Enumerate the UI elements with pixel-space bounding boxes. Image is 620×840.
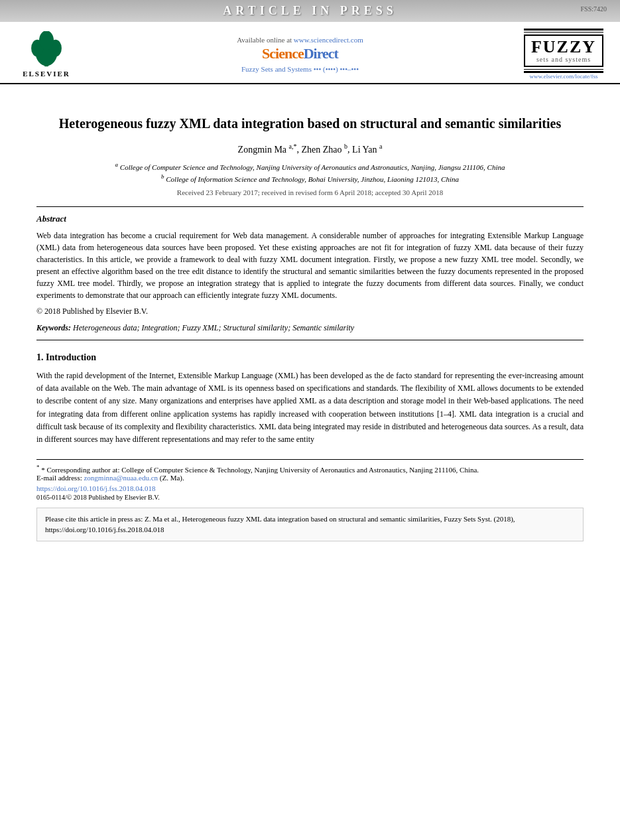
available-online-text: Available online at www.sciencedirect.co…	[80, 36, 521, 44]
svg-point-4	[39, 31, 54, 50]
header-center: Available online at www.sciencedirect.co…	[80, 36, 521, 73]
introduction-title: 1. Introduction	[36, 352, 584, 363]
sd-logo-direct: Direct	[304, 45, 338, 62]
affiliations: a College of Computer Science and Techno…	[36, 161, 584, 184]
article-title: Heterogeneous fuzzy XML data integration…	[36, 114, 584, 133]
elsevier-text: ELSEVIER	[23, 70, 70, 78]
sciencedirect-link[interactable]: www.sciencedirect.com	[294, 36, 363, 44]
issn-line: 0165-0114/© 2018 Published by Elsevier B…	[36, 494, 584, 501]
abstract-title: Abstract	[36, 214, 584, 224]
email-link[interactable]: zongminna@nuaa.edu.cn	[84, 474, 158, 482]
email-suffix: (Z. Ma).	[160, 474, 184, 482]
email-label: E-mail address:	[36, 474, 82, 482]
footnote-star-symbol: *	[36, 464, 40, 470]
keywords: Keywords: Heterogeneous data; Integratio…	[36, 323, 584, 333]
fuzzy-logo-box: FUZZY sets and systems	[524, 35, 603, 67]
introduction-text: With the rapid development of the Intern…	[36, 370, 584, 446]
elsevier-tree-icon	[23, 31, 70, 68]
footnote-star: * * Corresponding author at: College of …	[36, 464, 584, 474]
divider-1	[36, 206, 584, 207]
aff-sup-b: b	[161, 173, 164, 180]
author-sup-a: a,*	[289, 143, 297, 150]
elsevier-logo: ELSEVIER	[13, 31, 80, 78]
affiliation-a-text: College of Computer Science and Technolo…	[120, 163, 505, 171]
sciencedirect-logo: ScienceDirect	[80, 45, 521, 62]
journal-info: Fuzzy Sets and Systems ••• (••••) •••–••…	[80, 65, 521, 73]
abstract-text: Web data integration has become a crucia…	[36, 230, 584, 301]
footnote-email: E-mail address: zongminna@nuaa.edu.cn (Z…	[36, 474, 584, 482]
author-sup-a2: a	[379, 143, 382, 150]
affiliation-b-text: College of Information Science and Techn…	[166, 175, 459, 182]
introduction-body: With the rapid development of the Intern…	[36, 371, 584, 444]
section-heading: Introduction	[46, 352, 96, 362]
received-dates: Received 23 February 2017; received in r…	[36, 188, 584, 196]
fuzzy-subtitle: sets and systems	[530, 56, 597, 63]
doi-link[interactable]: https://doi.org/10.1016/j.fss.2018.04.01…	[36, 484, 155, 492]
fuzzy-url[interactable]: www.elsevier.com/locate/fss	[530, 73, 598, 80]
citation-text: Please cite this article in press as: Z.…	[45, 515, 515, 534]
citation-box: Please cite this article in press as: Z.…	[36, 508, 584, 541]
banner-text: ARTICLE IN PRESS	[223, 4, 397, 17]
doi-line: https://doi.org/10.1016/j.fss.2018.04.01…	[36, 484, 584, 492]
fuzzy-title: FUZZY	[530, 38, 597, 56]
main-content: Heterogeneous fuzzy XML data integration…	[0, 84, 620, 555]
keywords-text: Heterogeneous data; Integration; Fuzzy X…	[73, 323, 354, 332]
fuzzy-logo-area: FUZZY sets and systems www.elsevier.com/…	[521, 29, 607, 80]
article-in-press-banner: ARTICLE IN PRESS	[0, 0, 620, 22]
authors: Zongmin Ma a,*, Zhen Zhao b, Li Yan a	[36, 143, 584, 155]
aff-sup-a: a	[115, 161, 119, 168]
fss-id: FSS:7420	[581, 5, 607, 13]
abstract-section: Abstract Web data integration has become…	[36, 214, 584, 316]
footnote-star-text: * Corresponding author at: College of Co…	[41, 466, 479, 474]
copyright: © 2018 Published by Elsevier B.V.	[36, 307, 584, 316]
sd-logo-science: Science	[262, 45, 304, 62]
section-number: 1.	[36, 352, 44, 362]
author-sup-b: b	[344, 143, 347, 150]
divider-2	[36, 340, 584, 340]
keywords-label: Keywords:	[36, 323, 71, 332]
footnote-area: * * Corresponding author at: College of …	[36, 459, 584, 501]
journal-header: ELSEVIER Available online at www.science…	[0, 22, 620, 84]
page-header: ARTICLE IN PRESS FSS:7420 ELSEVIER Avail…	[0, 0, 620, 84]
